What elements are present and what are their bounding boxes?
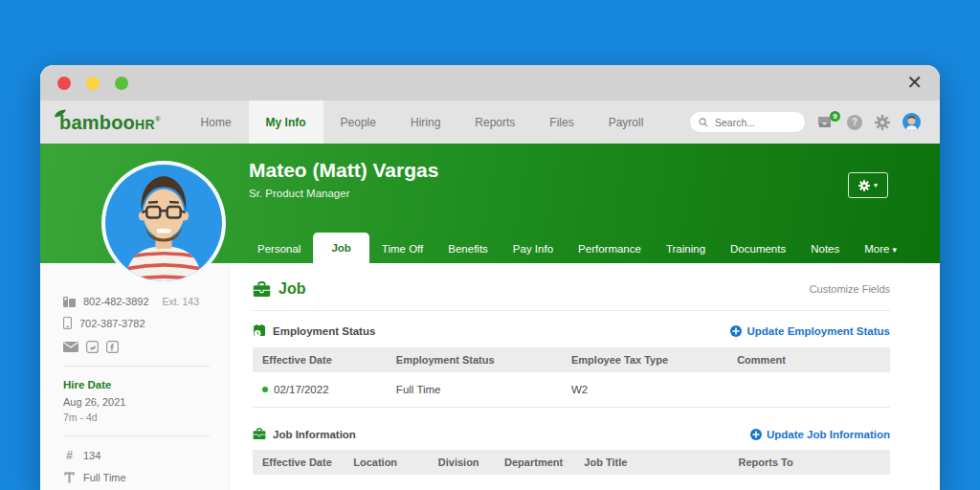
job-information-header: Job Information Update Job Information	[253, 428, 890, 440]
employment-status-row: 02/17/2022 Full Time W2	[253, 372, 890, 408]
tab-time-off[interactable]: Time Off	[369, 234, 435, 263]
close-icon[interactable]: ✕	[906, 71, 923, 94]
tab-benefits[interactable]: Benefits	[435, 234, 501, 263]
search-icon	[699, 118, 708, 127]
sidebar-divider	[63, 366, 210, 367]
customize-fields-link[interactable]: Customize Fields	[810, 283, 890, 295]
column-header: Employee Tax Type	[562, 354, 727, 366]
employment-type-icon	[63, 472, 76, 483]
top-navbar: bambooHR® Home My Info People Hiring Rep…	[40, 100, 940, 144]
desktop-background: ✕ bambooHR® Home My Info People Hiring R…	[0, 0, 980, 490]
contact-links	[63, 341, 229, 353]
tax-type-cell: W2	[562, 384, 727, 395]
content-area: 802-482-3892 Ext. 143 702-387-3782	[40, 263, 940, 490]
office-phone-row: 802-482-3892 Ext. 143	[63, 296, 229, 307]
employee-sidebar: 802-482-3892 Ext. 143 702-387-3782	[40, 263, 230, 490]
update-employment-status-link[interactable]: Update Employment Status	[730, 325, 890, 337]
nav-item-my-info[interactable]: My Info	[249, 100, 323, 144]
search-input[interactable]	[713, 116, 784, 129]
logo-text: bambooHR®	[59, 113, 161, 132]
help-button[interactable]: ?	[847, 115, 862, 130]
hire-date-label: Hire Date	[63, 379, 229, 390]
column-header: Job Title	[574, 457, 728, 468]
primary-nav: Home My Info People Hiring Reports Files…	[184, 100, 661, 144]
nav-item-reports[interactable]: Reports	[457, 100, 532, 144]
column-header: Department	[495, 457, 574, 468]
navbar-right-cluster: 9 ?	[690, 100, 940, 144]
traffic-light-maximize[interactable]	[115, 77, 128, 90]
gear-icon	[858, 180, 870, 191]
employee-job-title: Sr. Product Manager	[249, 188, 349, 199]
status-cell: Full Time	[387, 384, 562, 395]
desk-phone-icon	[63, 296, 76, 307]
employment-status-icon	[253, 324, 266, 338]
email-icon[interactable]	[63, 342, 78, 352]
tenure-value: 7m - 4d	[63, 412, 229, 423]
nav-item-hiring[interactable]: Hiring	[393, 100, 457, 144]
page-title: Job	[278, 280, 305, 298]
browser-window: ✕ bambooHR® Home My Info People Hiring R…	[40, 65, 940, 490]
bamboohr-logo[interactable]: bambooHR®	[40, 100, 184, 144]
column-header: Comment	[727, 354, 890, 366]
profile-tabs: Personal Job Time Off Benefits Pay Info …	[245, 233, 940, 263]
mobile-phone-number[interactable]: 702-387-3782	[79, 318, 145, 329]
hire-date-value: Aug 26, 2021	[63, 396, 229, 408]
caret-down-icon: ▾	[892, 245, 897, 255]
search-box[interactable]	[690, 112, 805, 132]
employment-status-title: Employment Status	[273, 325, 375, 337]
hash-icon: #	[63, 449, 76, 462]
profile-photo[interactable]	[101, 161, 226, 285]
employment-type-row: Full Time	[63, 472, 229, 483]
profile-actions-button[interactable]: ▾	[848, 172, 888, 198]
tab-training[interactable]: Training	[654, 234, 718, 263]
inbox-button[interactable]: 9	[817, 116, 835, 129]
tab-job[interactable]: Job	[313, 233, 368, 263]
leaf-icon	[54, 109, 67, 118]
employment-status-table-header: Effective Date Employment Status Employe…	[253, 347, 890, 372]
briefcase-icon	[253, 281, 271, 298]
mobile-phone-icon	[63, 317, 72, 329]
tab-performance[interactable]: Performance	[566, 234, 654, 263]
job-information-title: Job Information	[273, 429, 356, 440]
user-avatar-small[interactable]	[902, 113, 921, 131]
tab-more[interactable]: More▾	[852, 234, 909, 263]
plus-circle-icon	[730, 325, 742, 337]
job-information-table-header: Effective Date Location Division Departm…	[253, 450, 890, 475]
employee-number-row: # 134	[63, 449, 229, 462]
tab-pay-info[interactable]: Pay Info	[501, 234, 566, 263]
employment-status-header: Employment Status Update Employment Stat…	[253, 324, 890, 338]
facebook-icon[interactable]	[106, 341, 119, 353]
effective-date-cell: 02/17/2022	[274, 384, 329, 395]
employee-name: Mateo (Matt) Vargas	[249, 159, 438, 182]
tab-documents[interactable]: Documents	[718, 234, 798, 263]
settings-gear-button[interactable]	[875, 115, 890, 130]
job-tab-content: Job Customize Fields Employment Status	[230, 263, 940, 490]
briefcase-icon	[253, 428, 266, 440]
caret-down-icon: ▾	[874, 181, 878, 189]
nav-item-people[interactable]: People	[323, 100, 393, 144]
column-header: Effective Date	[253, 354, 387, 366]
traffic-light-close[interactable]	[57, 77, 71, 90]
column-header: Division	[429, 457, 495, 468]
column-header: Employment Status	[387, 354, 562, 366]
twitter-icon[interactable]	[86, 341, 99, 353]
nav-item-files[interactable]: Files	[532, 100, 590, 144]
employee-number-value: 134	[83, 450, 100, 461]
nav-item-payroll[interactable]: Payroll	[591, 100, 661, 144]
plus-circle-icon	[750, 429, 762, 440]
office-phone-number[interactable]: 802-482-3892	[83, 296, 149, 307]
column-header: Effective Date	[253, 457, 344, 468]
nav-item-home[interactable]: Home	[184, 100, 249, 144]
tab-personal[interactable]: Personal	[245, 234, 313, 263]
column-header: Location	[344, 457, 429, 468]
office-phone-ext: Ext. 143	[163, 296, 200, 307]
tab-notes[interactable]: Notes	[798, 234, 852, 263]
column-header: Reports To	[728, 457, 889, 468]
employment-type-value: Full Time	[83, 472, 126, 483]
traffic-light-minimize[interactable]	[86, 77, 100, 90]
page-header: Job Customize Fields	[253, 280, 890, 311]
update-job-information-link[interactable]: Update Job Information	[750, 429, 890, 440]
mobile-phone-row: 702-387-3782	[63, 317, 229, 329]
notification-badge: 9	[830, 111, 840, 122]
sidebar-divider	[63, 435, 210, 436]
